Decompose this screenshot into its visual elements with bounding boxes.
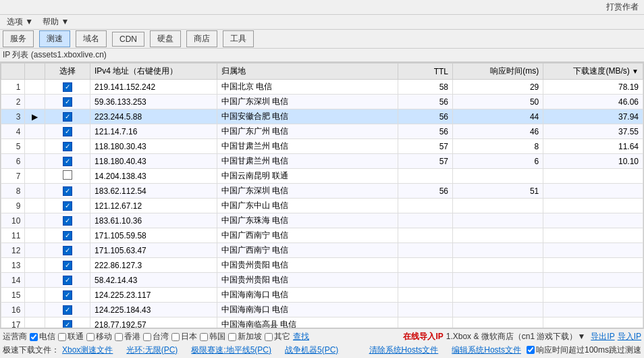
table-row[interactable]: 12171.105.63.47中国广西南宁 电信 [1, 243, 643, 258]
table-row[interactable]: 3▶223.244.5.88中国安徽合肥 电信564437.94 [1, 109, 643, 124]
export-ip-link[interactable]: 导出IP [591, 331, 614, 342]
quick-download-label: 极速下载文件： [3, 344, 59, 356]
row-checkbox-cell[interactable] [45, 303, 90, 317]
row-checkbox[interactable] [63, 142, 72, 151]
filter-dianxin[interactable]: 电信 [30, 331, 55, 342]
table-row[interactable]: 714.204.138.43中国云南昆明 联通 [1, 169, 643, 184]
online-ip-label[interactable]: 在线导入IP [403, 331, 443, 342]
find-link[interactable]: 查找 [293, 331, 309, 342]
filter-liantong[interactable]: 联通 [58, 331, 84, 342]
row-checkbox-cell[interactable] [45, 184, 90, 199]
filter-korea[interactable]: 韩国 [200, 331, 225, 342]
row-checkbox-cell[interactable] [45, 288, 90, 303]
row-checkbox[interactable] [63, 157, 72, 166]
row-checkbox-cell[interactable] [45, 199, 90, 213]
online-ip-detail[interactable]: 1.Xbox & 微软商店（cn1 游戏下载）▼ [446, 331, 586, 342]
row-checkbox-cell[interactable] [45, 124, 90, 139]
table-row[interactable]: 8183.62.112.54中国广东深圳 电信5651 [1, 184, 643, 199]
filter-singapore[interactable]: 新加坡 [228, 331, 262, 342]
row-location: 中国北京 电信 [217, 80, 398, 95]
row-ttl: 56 [398, 109, 453, 124]
row-ip: 118.180.40.43 [90, 154, 217, 169]
row-ip: 121.12.67.12 [90, 199, 217, 213]
row-checkbox-cell[interactable] [45, 80, 90, 95]
table-row[interactable]: 6118.180.40.43中国甘肃兰州 电信57610.10 [1, 154, 643, 169]
table-row[interactable]: 1458.42.14.43中国贵州贵阳 电信 [1, 273, 643, 288]
row-checkbox-cell[interactable] [45, 139, 90, 154]
row-checkbox-cell[interactable] [45, 317, 90, 329]
row-ttl [398, 303, 453, 317]
toolbar-service[interactable]: 服务 [3, 30, 34, 47]
row-checkbox[interactable] [63, 127, 72, 136]
table-row[interactable]: 10183.61.10.36中国广东珠海 电信 [1, 213, 643, 228]
row-checkbox[interactable] [63, 112, 72, 122]
row-checkbox[interactable] [63, 216, 72, 226]
row-ttl [398, 288, 453, 303]
row-speed: 37.55 [543, 124, 643, 139]
table-row[interactable]: 9121.12.67.12中国广东中山 电信 [1, 199, 643, 213]
table-row[interactable]: 259.36.133.253中国广东深圳 电信565046.06 [1, 95, 643, 109]
row-response [453, 169, 543, 184]
title-bar: 打赏作者 [0, 0, 644, 15]
filter-yidong[interactable]: 移动 [86, 331, 112, 342]
row-ip: 124.225.184.43 [90, 303, 217, 317]
menu-options[interactable]: 选项 ▼ [3, 15, 37, 29]
row-checkbox-cell[interactable] [45, 109, 90, 124]
th-ttl: TTL [398, 63, 453, 80]
row-checkbox[interactable] [63, 261, 72, 270]
toolbar-disk[interactable]: 硬盘 [150, 30, 181, 47]
row-number: 4 [1, 124, 25, 139]
forza-link[interactable]: 极限赛速:地平线5(PC) [191, 344, 271, 356]
toolbar-shop[interactable]: 商店 [186, 30, 217, 47]
toolbar-domain[interactable]: 域名 [76, 30, 107, 47]
import-ip-link[interactable]: 导入IP [618, 331, 641, 342]
row-checkbox-cell[interactable] [45, 243, 90, 258]
row-checkbox-cell[interactable] [45, 169, 90, 184]
toolbar-tools[interactable]: 工具 [223, 30, 254, 47]
row-ip: 58.42.14.43 [90, 273, 217, 288]
row-ttl: 57 [398, 154, 453, 169]
row-checkbox-cell[interactable] [45, 213, 90, 228]
table-row[interactable]: 13222.86.127.3中国贵州贵阳 电信 [1, 258, 643, 273]
row-checkbox[interactable] [63, 82, 72, 92]
row-checkbox[interactable] [63, 320, 72, 328]
row-checkbox-cell[interactable] [45, 273, 90, 288]
filter-other[interactable]: 其它 [265, 331, 290, 342]
xbox-speed-link[interactable]: Xbox测速文件 [62, 344, 113, 356]
table-row[interactable]: 17218.77.192.57中国海南临高县 电信 [1, 317, 643, 329]
row-checkbox[interactable] [63, 290, 72, 300]
table-row[interactable]: 1219.141.152.242中国北京 电信582978.19 [1, 80, 643, 95]
row-checkbox[interactable] [63, 305, 72, 315]
filter-hongkong[interactable]: 香港 [115, 331, 140, 342]
table-row[interactable]: 5118.180.30.43中国甘肃兰州 电信57811.64 [1, 139, 643, 154]
gears-link[interactable]: 战争机器5(PC) [285, 344, 338, 356]
edit-hosts-link[interactable]: 编辑系统Hosts文件 [452, 344, 521, 356]
table-row[interactable]: 11171.105.59.58中国广西南宁 电信 [1, 228, 643, 243]
row-ip: 223.244.5.88 [90, 109, 217, 124]
row-checkbox[interactable] [63, 276, 72, 285]
toolbar-cdn[interactable]: CDN [112, 32, 144, 47]
table-row[interactable]: 15124.225.23.117中国海南海口 电信 [1, 288, 643, 303]
row-checkbox[interactable] [63, 97, 72, 107]
row-checkbox-cell[interactable] [45, 228, 90, 243]
ip-table-container[interactable]: 选择 IPv4 地址（右键使用） 归属地 TTL 响应时间(ms) 下载速度(M… [0, 62, 644, 328]
row-checkbox[interactable] [63, 246, 72, 255]
filter-japan[interactable]: 日本 [171, 331, 197, 342]
menu-help[interactable]: 帮助 ▼ [38, 15, 73, 29]
table-row[interactable]: 16124.225.184.43中国海南海口 电信 [1, 303, 643, 317]
toolbar-speedtest[interactable]: 测速 [39, 30, 70, 47]
row-checkbox[interactable] [63, 186, 72, 196]
row-checkbox-cell[interactable] [45, 95, 90, 109]
row-speed: 37.94 [543, 109, 643, 124]
clear-hosts-link[interactable]: 清除系统Hosts文件 [369, 344, 439, 356]
response-filter-check[interactable]: 响应时间超过100ms跳过测速 [527, 344, 641, 356]
table-row[interactable]: 4121.14.7.16中国广东广州 电信564637.55 [1, 124, 643, 139]
filter-taiwan[interactable]: 台湾 [143, 331, 169, 342]
row-response [453, 228, 543, 243]
row-checkbox-cell[interactable] [45, 154, 90, 169]
halo-link[interactable]: 光环:无限(PC) [126, 344, 178, 356]
row-checkbox[interactable] [63, 170, 72, 180]
row-checkbox-cell[interactable] [45, 258, 90, 273]
row-checkbox[interactable] [63, 231, 72, 240]
row-checkbox[interactable] [63, 201, 72, 211]
